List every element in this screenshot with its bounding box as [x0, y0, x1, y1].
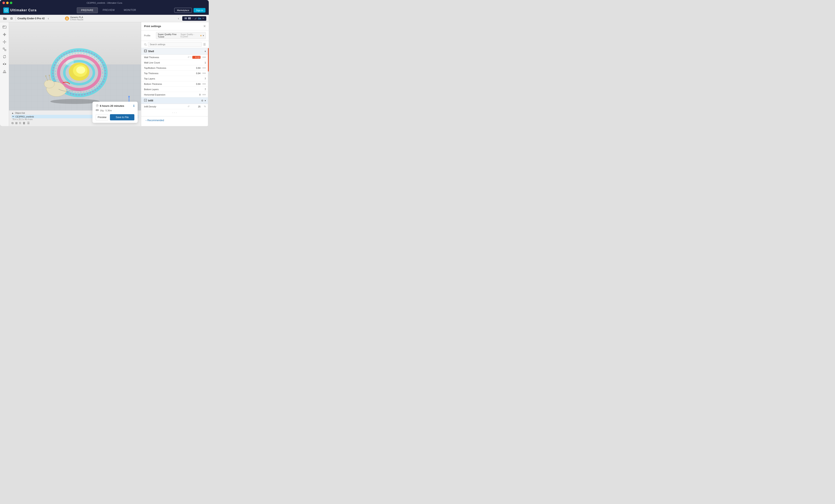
- shell-section-header[interactable]: Shell ▾: [141, 48, 209, 55]
- bottom-thickness-label: Bottom Thickness: [144, 83, 190, 85]
- profile-name: Super Quality Fine Tuned: [158, 33, 180, 38]
- svg-point-41: [49, 75, 50, 76]
- tool-move[interactable]: [1, 39, 8, 45]
- profile-label: Profile: [144, 34, 154, 37]
- compare-icon[interactable]: [188, 17, 191, 20]
- estimate-left: ⏱ 6 hours 20 minutes: [96, 104, 124, 107]
- print-settings-panel: Print settings ✕ Profile Super Quality F…: [141, 22, 209, 126]
- tool-open[interactable]: [1, 24, 8, 30]
- nav-tabs: PREPARE PREVIEW MONITOR: [43, 7, 175, 13]
- duplicate-icon[interactable]: ⧉: [12, 121, 14, 125]
- printer-nav-arrow[interactable]: ‹: [46, 17, 50, 21]
- material-text-block: Generic PLA 0.4mm Nozzle: [70, 16, 83, 21]
- save-to-file-button[interactable]: Save to File: [110, 114, 135, 120]
- tab-preview[interactable]: PREVIEW: [99, 7, 119, 13]
- quality-bar: ··· ⤢ On ✏: [182, 16, 206, 21]
- top-thickness-unit: mm: [201, 72, 206, 75]
- close-panel-button[interactable]: ✕: [203, 24, 206, 28]
- bottom-thickness-row: Bottom Thickness 0.84 mm: [141, 81, 209, 87]
- top-thickness-row: Top Thickness 0.84 mm: [141, 71, 209, 76]
- toolbar: Creality Ender-3 Pro #2 ‹ ! Generic PLA …: [0, 15, 209, 22]
- svg-rect-10: [188, 17, 189, 19]
- material-badge-icon: !: [65, 17, 69, 21]
- tool-mirror[interactable]: [1, 61, 8, 67]
- infill-density-reset-icon[interactable]: ↺: [188, 105, 189, 108]
- viewport[interactable]: ▲ Object list ✏ CE3PRO_onelimb 78.4 x 25…: [9, 22, 141, 126]
- open-folder-button[interactable]: [2, 16, 7, 21]
- svg-rect-8: [184, 18, 187, 19]
- print-settings-header: Print settings ✕: [141, 22, 209, 30]
- infill-density-value[interactable]: 25: [190, 105, 201, 108]
- profile-chevron-icon[interactable]: ▾: [203, 34, 204, 37]
- infill-chevron-icon[interactable]: ▾: [205, 99, 206, 102]
- svg-rect-9: [184, 18, 187, 18]
- wall-thickness-row: Wall Thickness ↺ ? 0.12 mm: [141, 55, 209, 60]
- top-layers-value[interactable]: 7: [196, 78, 206, 80]
- top-bottom-thickness-value[interactable]: 0.84: [190, 67, 201, 69]
- minimize-button[interactable]: [6, 2, 8, 4]
- wall-thickness-value[interactable]: 0.12: [192, 56, 201, 59]
- layers-icon[interactable]: [184, 17, 187, 20]
- shell-icon: [144, 49, 147, 53]
- top-thickness-value[interactable]: 0.84: [190, 72, 201, 75]
- profile-select-dropdown[interactable]: Super Quality Fine Tuned Super Quality -…: [156, 32, 206, 39]
- logo: Ultimaker Cura: [3, 7, 37, 13]
- shell-chevron-icon[interactable]: ▾: [205, 50, 206, 53]
- horizontal-expansion-value[interactable]: 0: [190, 93, 201, 96]
- search-icon: [144, 43, 147, 46]
- more-icon[interactable]: ···: [192, 17, 194, 20]
- marketplace-button[interactable]: Marketplace: [174, 8, 192, 13]
- bottom-layers-label: Bottom Layers: [144, 88, 196, 90]
- svg-rect-12: [3, 26, 4, 27]
- left-sidebar: [0, 22, 9, 126]
- tool-scale[interactable]: [1, 46, 8, 52]
- preview-button[interactable]: Preview: [96, 114, 108, 120]
- profile-sub: Super Quality - 0.12mm: [181, 33, 199, 38]
- edit-icon[interactable]: ✏: [202, 17, 204, 20]
- svg-rect-19: [3, 48, 4, 49]
- main-content: ▲ Object list ✏ CE3PRO_onelimb 78.4 x 25…: [0, 22, 209, 126]
- settings-menu-icon[interactable]: ☰: [203, 43, 206, 46]
- logo-text: Ultimaker Cura: [10, 8, 37, 12]
- svg-rect-2: [11, 18, 12, 18]
- config-icon[interactable]: ☰: [27, 121, 30, 125]
- recent-files-button[interactable]: [9, 16, 14, 21]
- recommended-button[interactable]: ‹ Recommended: [144, 118, 166, 123]
- svg-point-37: [44, 80, 55, 88]
- fullscreen-button[interactable]: [10, 2, 12, 4]
- title-bar: CE3PRO_onelimb - Ultimaker Cura: [0, 0, 209, 6]
- tool-rotate[interactable]: [1, 54, 8, 60]
- infill-density-row: Infill Density ↺ 25 %: [141, 104, 209, 109]
- tool-support[interactable]: [1, 68, 8, 75]
- close-button[interactable]: [2, 2, 5, 4]
- more-settings-indicator: ···: [141, 109, 209, 116]
- wall-line-count-value[interactable]: 1: [196, 61, 206, 64]
- tab-prepare[interactable]: PREPARE: [77, 7, 98, 13]
- profile-row: Profile Super Quality Fine Tuned Super Q…: [141, 30, 209, 41]
- tab-monitor[interactable]: MONITOR: [120, 7, 140, 13]
- copy-icon[interactable]: ⎘: [19, 121, 21, 125]
- bottom-thickness-value[interactable]: 0.84: [190, 83, 201, 85]
- resize-icon[interactable]: ⤢: [195, 17, 197, 20]
- signin-button[interactable]: Sign in: [194, 8, 205, 13]
- print-settings-title: Print settings: [144, 25, 161, 28]
- profile-star-icon[interactable]: ★: [200, 34, 202, 37]
- horizontal-expansion-label: Horizontal Expansion: [144, 93, 190, 96]
- wall-thickness-reset-icon[interactable]: ↺: [188, 56, 189, 59]
- svg-text:!: !: [67, 18, 67, 19]
- top-thickness-controls: 0.84 mm: [190, 72, 206, 75]
- search-settings-input[interactable]: [148, 42, 202, 47]
- arrange-icon[interactable]: ⊞: [15, 121, 18, 125]
- top-bottom-thickness-controls: 0.84 mm: [190, 67, 206, 69]
- toolbar-separator: [16, 17, 16, 21]
- tool-select[interactable]: [1, 31, 8, 38]
- info-icon[interactable]: ℹ: [133, 104, 135, 107]
- clock-icon: ⏱: [96, 104, 99, 107]
- wall-thickness-help-icon[interactable]: ?: [190, 56, 191, 59]
- bottom-layers-value[interactable]: 7: [196, 88, 206, 90]
- material-weight-length: 16g · 5.36m: [100, 109, 112, 112]
- infill-section-header[interactable]: Infill ⚙ ▾: [141, 97, 209, 104]
- toolbar-nav-arrow[interactable]: ‹: [177, 17, 181, 21]
- delete-icon[interactable]: 🗑: [23, 121, 25, 125]
- infill-settings-gear-icon[interactable]: ⚙: [201, 99, 203, 102]
